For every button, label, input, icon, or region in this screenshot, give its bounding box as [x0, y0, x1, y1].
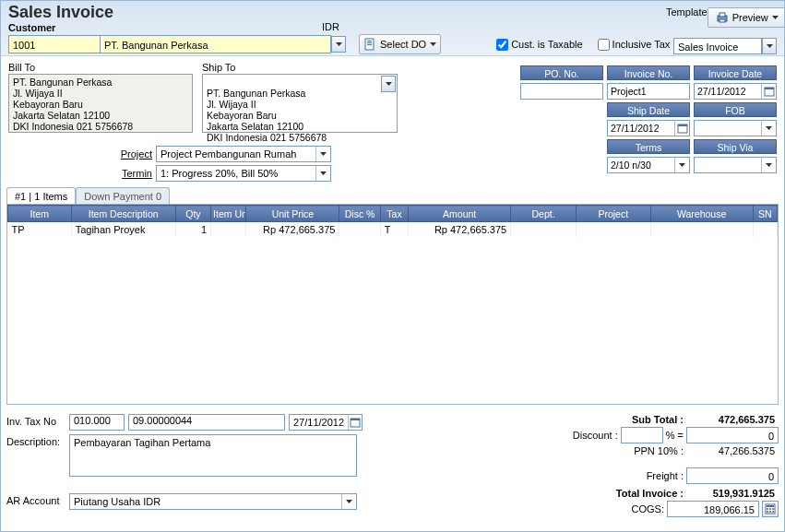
svg-rect-2: [367, 41, 372, 41]
description-textarea[interactable]: Pembayaran Tagihan Pertama: [69, 434, 357, 477]
svg-marker-20: [320, 171, 327, 175]
chevron-down-icon: [772, 16, 779, 19]
sub-total-label: Sub Total :: [632, 414, 684, 425]
template-dropdown[interactable]: [762, 38, 777, 54]
invoice-date-text: 27/11/2012: [695, 86, 761, 97]
inclusive-tax-label: Inclusive Tax: [613, 39, 671, 50]
svg-rect-13: [765, 88, 774, 89]
col-item[interactable]: Item: [8, 206, 72, 222]
cust-taxable-checkbox[interactable]: [496, 39, 508, 51]
terms-dropdown[interactable]: [674, 158, 689, 172]
col-qty[interactable]: Qty: [175, 206, 210, 222]
customer-name-input[interactable]: PT. Bangunan Perkasa: [101, 35, 331, 53]
ar-account-select[interactable]: Piutang Usaha IDR: [69, 493, 357, 510]
svg-rect-29: [767, 511, 768, 513]
ship-via-input[interactable]: [694, 157, 777, 173]
chevron-down-icon: [430, 42, 436, 46]
freight-input[interactable]: 0: [686, 467, 779, 484]
terms-input[interactable]: 2/10 n/30: [607, 157, 690, 173]
project-select[interactable]: Project Pembangunan Rumah: [156, 146, 331, 162]
calendar-icon[interactable]: [348, 415, 362, 430]
svg-rect-31: [772, 511, 774, 513]
calculator-icon[interactable]: [762, 501, 779, 517]
cell-unit[interactable]: [211, 222, 246, 237]
table-row[interactable]: TP Tagihan Proyek 1 Rp 472,665.375 T Rp …: [8, 222, 778, 237]
inclusive-tax-checkbox[interactable]: [598, 39, 610, 51]
fob-dropdown[interactable]: [761, 121, 776, 136]
project-dropdown[interactable]: [315, 147, 330, 161]
col-tax[interactable]: Tax: [380, 206, 408, 222]
cell-desc[interactable]: Tagihan Proyek: [71, 222, 175, 237]
col-unit[interactable]: Item Un: [211, 206, 246, 222]
cell-disc[interactable]: [339, 222, 380, 237]
ship-to-dropdown[interactable]: [381, 76, 396, 92]
col-desc[interactable]: Item Description: [71, 206, 175, 222]
inv-tax-date-input[interactable]: 27/11/2012: [289, 414, 363, 431]
svg-rect-8: [720, 19, 725, 22]
ar-account-dropdown[interactable]: [341, 494, 356, 509]
ship-via-dropdown[interactable]: [761, 158, 776, 172]
cell-item[interactable]: TP: [8, 222, 72, 237]
invoice-no-header: Invoice No.: [607, 65, 690, 80]
cell-dept[interactable]: [511, 222, 577, 237]
select-do-button[interactable]: Select DO: [359, 34, 441, 54]
po-no-header: PO. No.: [520, 65, 603, 80]
tab-down-payment[interactable]: Down Payment 0: [76, 187, 170, 204]
bill-to-textarea[interactable]: PT. Bangunan Perkasa Jl. Wijaya II Kebay…: [8, 74, 193, 133]
svg-marker-5: [430, 42, 436, 46]
svg-marker-23: [346, 500, 352, 503]
col-sn[interactable]: SN: [753, 206, 777, 222]
tab-items[interactable]: #1 | 1 Items: [6, 187, 76, 204]
invoice-date-input[interactable]: 27/11/2012: [694, 83, 777, 100]
termin-select[interactable]: 1: Progress 20%, Bill 50%: [156, 165, 331, 182]
customer-code-input[interactable]: 1001: [8, 35, 101, 53]
svg-rect-25: [767, 505, 774, 507]
svg-rect-30: [769, 511, 771, 513]
ship-to-label: Ship To: [202, 62, 398, 73]
terms-header: Terms: [607, 139, 690, 154]
preview-button[interactable]: Preview: [708, 7, 785, 28]
cogs-label: COGS:: [632, 503, 664, 514]
inv-tax-a-input[interactable]: 010.000: [69, 414, 125, 431]
discount-label: Discount :: [573, 430, 618, 441]
cell-sn[interactable]: [753, 222, 777, 237]
ship-date-input[interactable]: 27/11/2012: [607, 120, 690, 136]
ship-to-text: PT. Bangunan Perkasa Jl. Wijaya II Kebay…: [207, 88, 327, 143]
cell-warehouse[interactable]: [650, 222, 753, 237]
terms-text: 2/10 n/30: [608, 160, 674, 171]
col-amount[interactable]: Amount: [409, 206, 511, 222]
customer-dropdown[interactable]: [331, 36, 346, 53]
calendar-icon[interactable]: [761, 84, 776, 99]
cell-project[interactable]: [576, 222, 650, 237]
calendar-icon[interactable]: [674, 121, 689, 136]
termin-label: Termin: [110, 168, 152, 179]
discount-amt-input[interactable]: 0: [686, 427, 779, 443]
total-invoice-label: Total Invoice :: [616, 488, 684, 499]
cell-unit-price[interactable]: Rp 472,665.375: [246, 222, 339, 237]
items-grid[interactable]: Item Item Description Qty Item Un Unit P…: [6, 204, 779, 405]
po-no-input[interactable]: [520, 83, 603, 100]
svg-marker-11: [386, 82, 392, 86]
ppn-label: PPN 10% :: [634, 445, 684, 456]
termin-dropdown[interactable]: [315, 166, 330, 181]
col-disc[interactable]: Disc %: [339, 206, 380, 222]
template-select[interactable]: Sales Invoice: [673, 38, 762, 54]
inv-tax-b-input[interactable]: 09.00000044: [128, 414, 285, 431]
fob-input[interactable]: [694, 120, 777, 136]
cell-qty[interactable]: 1: [175, 222, 210, 237]
ship-to-textarea[interactable]: PT. Bangunan Perkasa Jl. Wijaya II Kebay…: [202, 74, 398, 133]
template-label: Template: [666, 6, 708, 18]
invoice-no-input[interactable]: Project1: [607, 83, 690, 100]
col-unit-price[interactable]: Unit Price: [246, 206, 339, 222]
termin-value: 1: Progress 20%, Bill 50%: [157, 168, 315, 179]
col-warehouse[interactable]: Warehouse: [650, 206, 753, 222]
cell-tax[interactable]: T: [380, 222, 408, 237]
discount-pct-input[interactable]: [621, 427, 663, 443]
invoice-no-text: Project1: [608, 86, 689, 97]
ship-date-header: Ship Date: [607, 102, 690, 117]
col-dept[interactable]: Dept.: [511, 206, 577, 222]
col-project[interactable]: Project: [576, 206, 650, 222]
project-label: Project: [110, 148, 152, 160]
svg-marker-10: [767, 44, 773, 48]
cell-amount[interactable]: Rp 472,665.375: [409, 222, 511, 237]
